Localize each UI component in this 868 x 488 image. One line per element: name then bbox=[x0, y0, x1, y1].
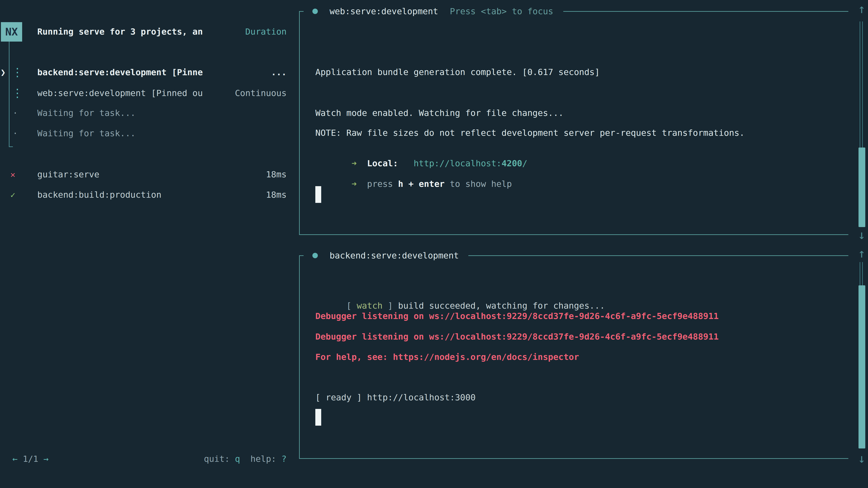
task-duration: 18ms bbox=[266, 169, 287, 180]
bottom-pane-left-border bbox=[299, 256, 300, 458]
task-failed-icon: ✕ bbox=[10, 170, 16, 179]
page-indicator: 1/1 bbox=[18, 454, 43, 464]
local-label: Local: bbox=[367, 158, 398, 168]
task-row-waiting-2[interactable]: · Waiting for task... bbox=[0, 128, 301, 139]
gap bbox=[398, 158, 414, 168]
scroll-down-icon[interactable]: ↓ bbox=[856, 451, 868, 466]
log-line-debugger-1: Debugger listening on ws://localhost:922… bbox=[315, 311, 719, 321]
task-duration: 18ms bbox=[266, 190, 287, 200]
bracket-close: ] bbox=[382, 301, 398, 311]
log-line-inspector-help: For help, see: https://nodejs.org/en/doc… bbox=[315, 352, 579, 362]
log-line-watch-mode: Watch mode enabled. Watching for file ch… bbox=[315, 108, 563, 118]
task-row-waiting-1[interactable]: · Waiting for task... bbox=[0, 107, 301, 119]
spinner-icon: ⋮ bbox=[12, 87, 23, 100]
quit-key: q bbox=[235, 454, 240, 464]
log-line-note: NOTE: Raw file sizes do not reflect deve… bbox=[315, 128, 745, 138]
running-dot-icon bbox=[312, 253, 318, 258]
spinner-icon: ⋮ bbox=[12, 66, 23, 79]
bottom-pane-border-stub bbox=[299, 255, 304, 256]
prev-page-arrow-icon[interactable]: ← bbox=[12, 454, 18, 464]
top-pane-bottom-border bbox=[299, 234, 848, 235]
bracket-open: [ bbox=[346, 301, 357, 311]
focus-hint: Press <tab> to focus bbox=[450, 6, 553, 16]
help-text: to show help bbox=[445, 179, 512, 189]
task-status-text: ... bbox=[271, 67, 287, 77]
scrollbar-track[interactable] bbox=[860, 22, 863, 148]
task-label: backend:serve:development [Pinne bbox=[37, 67, 203, 77]
scroll-up-icon[interactable]: ↑ bbox=[856, 246, 868, 260]
task-row-backend-build[interactable]: ✓ backend:build:production 18ms bbox=[0, 189, 301, 200]
scroll-down-icon[interactable]: ↓ bbox=[856, 228, 868, 242]
next-page-arrow-icon[interactable]: → bbox=[43, 454, 49, 464]
log-line-ready: [ ready ] http://localhost:3000 bbox=[315, 392, 475, 402]
pagination: ← 1/1 → bbox=[12, 454, 49, 464]
task-row-guitar-serve[interactable]: ✕ guitar:serve 18ms bbox=[0, 169, 301, 180]
bullet-icon: · bbox=[13, 108, 18, 118]
task-list-title: Running serve for 3 projects, an bbox=[37, 27, 203, 37]
key-combo: h + enter bbox=[398, 179, 445, 189]
scroll-up-icon[interactable]: ↑ bbox=[856, 2, 868, 16]
selected-caret-icon: ❯ bbox=[0, 67, 6, 77]
top-pane-border-stub bbox=[299, 11, 304, 12]
task-success-icon: ✓ bbox=[10, 190, 16, 199]
bullet-icon: · bbox=[13, 128, 18, 138]
top-pane-header-rule bbox=[563, 11, 848, 12]
localhost-port[interactable]: 4200 bbox=[502, 158, 522, 168]
help-key: ? bbox=[281, 454, 287, 464]
top-pane-title: web:serve:development bbox=[330, 6, 438, 16]
bottom-pane-bottom-border bbox=[299, 458, 848, 459]
bottom-pane-header-rule bbox=[468, 255, 848, 256]
running-dot-icon bbox=[312, 8, 318, 14]
nx-tui-screen: NX Running serve for 3 projects, an Dura… bbox=[0, 0, 868, 488]
task-row-web-serve[interactable]: ⋮ web:serve:development [Pinned ou Conti… bbox=[0, 88, 301, 98]
duration-column-header: Duration bbox=[245, 27, 287, 37]
quit-hint-label: quit: bbox=[204, 454, 235, 464]
terminal-cursor bbox=[315, 186, 321, 203]
log-line-help-hint: ➜ press h + enter to show help bbox=[315, 169, 512, 199]
terminal-cursor bbox=[315, 409, 321, 426]
press-text: press bbox=[367, 179, 398, 189]
status-bar: ← 1/1 → quit: q help: ? bbox=[0, 453, 301, 464]
task-tree-corner bbox=[9, 147, 13, 147]
task-row-backend-serve[interactable]: ❯ ⋮ backend:serve:development [Pinne ... bbox=[0, 67, 301, 78]
task-label: Waiting for task... bbox=[37, 128, 135, 138]
task-status-text: Continuous bbox=[235, 88, 287, 98]
build-text: build succeeded, watching for changes... bbox=[398, 301, 605, 311]
bottom-pane-title: backend:serve:development bbox=[330, 251, 459, 260]
scrollbar-thumb[interactable] bbox=[859, 148, 865, 227]
top-pane-left-border bbox=[299, 11, 300, 234]
watch-tag: watch bbox=[357, 301, 382, 311]
arrow-icon: ➜ bbox=[346, 158, 367, 168]
keyboard-hints: quit: q help: ? bbox=[204, 454, 287, 464]
localhost-url[interactable]: http://localhost: bbox=[414, 158, 502, 168]
task-label: Waiting for task... bbox=[37, 108, 135, 118]
task-label: guitar:serve bbox=[37, 169, 99, 180]
help-hint-label: help: bbox=[240, 454, 281, 464]
scrollbar-track[interactable] bbox=[860, 262, 863, 285]
arrow-icon: ➜ bbox=[346, 179, 367, 189]
log-line-debugger-2: Debugger listening on ws://localhost:922… bbox=[315, 332, 719, 341]
url-slash[interactable]: / bbox=[522, 158, 527, 168]
log-line-bundle: Application bundle generation complete. … bbox=[315, 67, 600, 77]
task-list-header: Running serve for 3 projects, an Duratio… bbox=[0, 27, 301, 37]
task-label: backend:build:production bbox=[37, 190, 161, 200]
task-label: web:serve:development [Pinned ou bbox=[37, 88, 203, 98]
scrollbar-thumb[interactable] bbox=[859, 285, 865, 449]
